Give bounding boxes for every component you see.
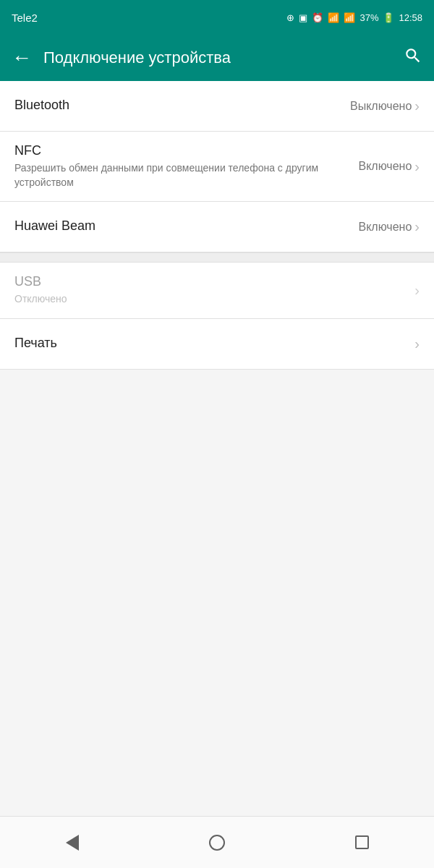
usb-title: USB bbox=[14, 274, 414, 289]
page-title: Подключение устройства bbox=[43, 48, 404, 67]
home-nav-button[interactable] bbox=[188, 821, 246, 864]
section-divider bbox=[0, 252, 434, 263]
nfc-status: Включено bbox=[359, 160, 412, 173]
nfc-title: NFC bbox=[14, 143, 359, 158]
recent-nav-button[interactable] bbox=[333, 821, 391, 864]
huawei-beam-item[interactable]: Huawei Beam Включено › bbox=[0, 202, 434, 252]
signal-icon: 📶 bbox=[344, 12, 355, 23]
huawei-beam-chevron: › bbox=[414, 218, 420, 235]
back-nav-icon bbox=[66, 835, 79, 851]
status-icons-group: ⊕ ▣ ⏰ 📶 📶 37% 🔋 12:58 bbox=[286, 12, 422, 23]
print-title: Печать bbox=[14, 336, 414, 351]
back-nav-button[interactable] bbox=[43, 821, 101, 864]
battery-icon: ▣ bbox=[299, 12, 307, 23]
print-chevron: › bbox=[414, 336, 420, 352]
content-area: Bluetooth Выключено › NFC Разрешить обме… bbox=[0, 81, 434, 370]
carrier-label: Tele2 bbox=[12, 12, 38, 24]
usb-chevron: › bbox=[414, 282, 420, 299]
search-button[interactable] bbox=[404, 46, 422, 70]
status-bar: Tele2 ⊕ ▣ ⏰ 📶 📶 37% 🔋 12:58 bbox=[0, 0, 434, 35]
recent-nav-icon bbox=[355, 835, 369, 849]
bluetooth-status: Выключено bbox=[350, 100, 412, 113]
battery-bar-icon: 🔋 bbox=[383, 12, 394, 23]
nfc-item[interactable]: NFC Разрешить обмен данными при совмещен… bbox=[0, 132, 434, 202]
nfc-chevron: › bbox=[414, 158, 420, 175]
alarm-icon: ⏰ bbox=[312, 12, 323, 23]
home-nav-icon bbox=[209, 835, 225, 851]
back-button[interactable]: ← bbox=[12, 48, 32, 68]
nfc-subtitle: Разрешить обмен данными при совмещении т… bbox=[14, 161, 359, 190]
bluetooth-title: Bluetooth bbox=[14, 98, 350, 113]
nfc-icon: ⊕ bbox=[286, 12, 294, 23]
bluetooth-item[interactable]: Bluetooth Выключено › bbox=[0, 81, 434, 132]
usb-subtitle: Отключено bbox=[14, 292, 414, 307]
wifi-icon: 📶 bbox=[328, 12, 339, 23]
battery-percent: 37% bbox=[359, 12, 378, 23]
bluetooth-chevron: › bbox=[414, 98, 420, 114]
usb-item: USB Отключено › bbox=[0, 263, 434, 319]
print-item[interactable]: Печать › bbox=[0, 319, 434, 370]
huawei-beam-status: Включено bbox=[359, 221, 412, 234]
top-bar: ← Подключение устройства bbox=[0, 35, 434, 81]
time-label: 12:58 bbox=[399, 12, 422, 23]
huawei-beam-title: Huawei Beam bbox=[14, 218, 359, 234]
bottom-navigation bbox=[0, 816, 434, 868]
